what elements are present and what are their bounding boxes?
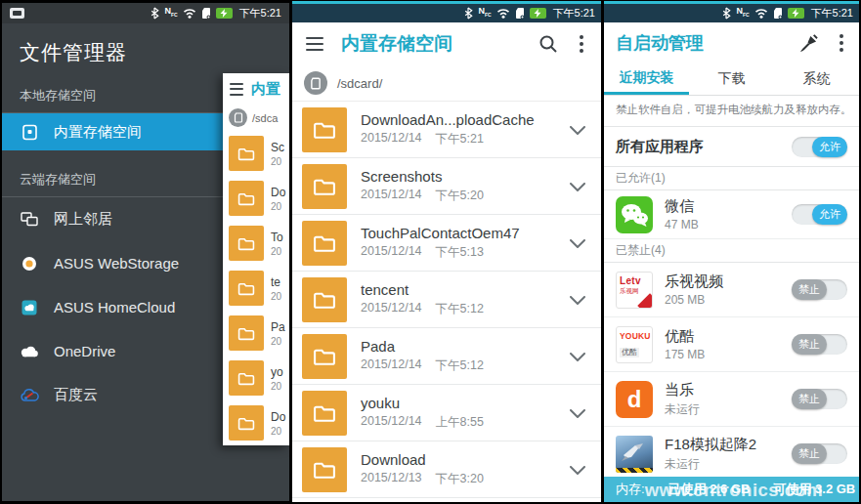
- search-icon[interactable]: [538, 34, 558, 54]
- peek-breadcrumb: /sdca: [223, 105, 289, 131]
- file-row[interactable]: Download2015/12/13下午3:20: [292, 441, 601, 498]
- status-bar: NFC 下午5:21: [292, 4, 601, 22]
- letv-icon: Letv 乐视网: [616, 272, 653, 309]
- folder-icon: [302, 107, 347, 152]
- app-row-f18: F18模拟起降2未运行 禁止: [604, 427, 859, 482]
- status-bar: NFC 下午5:21: [2, 3, 289, 23]
- memory-used: 已使用 2.6 GB: [668, 481, 751, 498]
- hazard-stripe: [616, 468, 653, 473]
- folder-icon: [229, 360, 264, 396]
- folder-icon: [302, 447, 347, 492]
- sidebar-item-label: 内置存储空间: [54, 123, 142, 142]
- wifi-icon: [496, 8, 510, 19]
- file-name: Do: [271, 186, 285, 199]
- page-title: 内置存储空间: [341, 31, 521, 57]
- file-name: Download: [361, 451, 564, 468]
- bluetooth-icon: [463, 7, 473, 20]
- file-date: 20: [271, 156, 284, 167]
- chevron-down-icon[interactable]: [570, 348, 585, 365]
- menu-icon[interactable]: [306, 37, 323, 52]
- autostart-toggle[interactable]: 禁止: [792, 334, 847, 355]
- screenshot-notification-icon: [10, 8, 24, 19]
- file-row[interactable]: DownloadAn...ploadCache2015/12/14下午5:21: [292, 102, 601, 158]
- bluetooth-icon: [721, 7, 731, 20]
- sidebar-item-label: 百度云: [54, 386, 98, 404]
- file-row[interactable]: Screenshots2015/12/14下午5:20: [292, 158, 601, 215]
- overflow-menu-icon[interactable]: [836, 32, 847, 53]
- chevron-down-icon[interactable]: [570, 178, 585, 195]
- peek-title: 内置: [251, 80, 280, 99]
- menu-icon[interactable]: [230, 83, 243, 96]
- peek-header: 内置: [223, 73, 289, 105]
- chevron-down-icon[interactable]: [570, 461, 585, 479]
- list-item[interactable]: To20: [223, 221, 289, 266]
- file-date: 2015/12/14: [361, 131, 422, 147]
- app-status: 未运行: [665, 456, 792, 473]
- file-name: To: [271, 231, 283, 244]
- autostart-toggle[interactable]: 允许: [792, 204, 847, 225]
- file-name: Pada: [361, 338, 564, 355]
- folder-icon: [229, 181, 264, 216]
- file-time: 下午5:13: [436, 244, 484, 261]
- list-item[interactable]: Sc20: [223, 131, 289, 176]
- autostart-toggle[interactable]: 禁止: [792, 279, 847, 300]
- toggle-label: 禁止: [792, 334, 827, 355]
- file-date: 20: [271, 426, 285, 437]
- tab-downloads[interactable]: 下载: [689, 63, 774, 95]
- app-size: 205 MB: [665, 293, 792, 307]
- section-allowed: 已允许(1): [604, 167, 859, 190]
- file-time: 下午5:20: [436, 188, 484, 204]
- file-row[interactable]: Pada2015/12/14下午5:12: [292, 328, 601, 385]
- status-time: 下午5:21: [811, 6, 853, 21]
- folder-icon: [229, 226, 264, 261]
- all-apps-toggle[interactable]: 允许: [792, 137, 847, 157]
- toggle-label: 允许: [812, 137, 847, 157]
- nfc-icon: NFC: [478, 7, 491, 20]
- status-icons: NFC 下午5:21: [150, 6, 281, 21]
- chevron-down-icon[interactable]: [570, 234, 585, 252]
- clean-brush-icon[interactable]: [799, 34, 818, 53]
- autostart-toggle[interactable]: 禁止: [792, 443, 847, 464]
- status-icons: NFC 下午5:21: [463, 6, 595, 21]
- dangle-logo-letter: d: [627, 388, 642, 411]
- app-name: F18模拟起降2: [665, 436, 792, 454]
- file-time: 下午5:12: [436, 301, 484, 317]
- file-name: yo: [271, 365, 283, 379]
- wifi-icon: [754, 8, 768, 19]
- sidebar-item-label: 网上邻居: [54, 210, 112, 229]
- toggle-label: 禁止: [792, 443, 827, 464]
- autostart-toggle[interactable]: 禁止: [792, 389, 847, 409]
- autostart-manager-screen: NFC 下午5:21 自启动管理 近期安装 下载 系统 禁止软件自启，可提升电池…: [604, 1, 859, 502]
- list-item[interactable]: Do20: [223, 176, 289, 221]
- asus-homecloud-icon: [20, 300, 39, 315]
- file-date: 2015/12/14: [361, 357, 422, 374]
- file-row[interactable]: TouchPalContactOem472015/12/14下午5:13: [292, 215, 601, 272]
- youku-icon: YOUKU 优酷: [616, 326, 653, 363]
- breadcrumb[interactable]: /sdcard/: [292, 65, 601, 102]
- all-apps-label: 所有应用程序: [616, 138, 704, 156]
- folder-icon: [229, 271, 264, 306]
- overflow-menu-icon[interactable]: [576, 33, 587, 54]
- list-item[interactable]: Do20: [223, 400, 289, 445]
- file-date: 20: [271, 336, 285, 347]
- file-date: 2015/12/13: [361, 471, 422, 487]
- file-name: tencent: [361, 281, 564, 298]
- app-name: 当乐: [665, 381, 792, 399]
- folder-icon: [302, 164, 347, 209]
- list-item[interactable]: Pa20: [223, 311, 289, 356]
- toggle-label: 禁止: [792, 279, 827, 300]
- file-row[interactable]: tencent2015/12/14下午5:12: [292, 272, 601, 328]
- battery-charging-icon: [788, 8, 804, 19]
- chevron-down-icon[interactable]: [570, 121, 585, 139]
- list-item[interactable]: yo20: [223, 356, 289, 400]
- app-title: 文件管理器: [2, 23, 289, 66]
- chevron-down-icon[interactable]: [570, 291, 585, 309]
- file-row[interactable]: youku2015/12/14上午8:55: [292, 385, 601, 441]
- wifi-icon: [183, 8, 196, 19]
- tab-recent-installs[interactable]: 近期安装: [604, 63, 689, 95]
- chevron-down-icon[interactable]: [570, 404, 585, 422]
- tab-system[interactable]: 系统: [774, 63, 859, 95]
- list-item[interactable]: te20: [223, 266, 289, 311]
- page-title: 自启动管理: [616, 31, 782, 55]
- internal-storage-screen: NFC 下午5:21 内置存储空间 /sdcard/ DownloadAn...…: [292, 1, 601, 502]
